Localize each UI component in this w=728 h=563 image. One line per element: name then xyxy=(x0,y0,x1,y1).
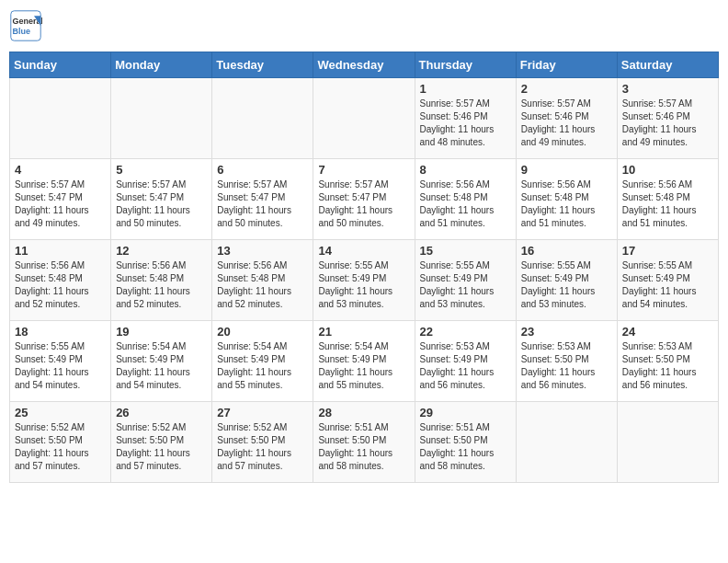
day-number: 6 xyxy=(217,163,308,177)
day-number: 18 xyxy=(15,325,106,339)
calendar-cell: 7Sunrise: 5:57 AM Sunset: 5:47 PM Daylig… xyxy=(313,159,415,240)
calendar-cell: 26Sunrise: 5:52 AM Sunset: 5:50 PM Dayli… xyxy=(111,402,212,483)
day-number: 2 xyxy=(521,82,612,96)
day-number: 9 xyxy=(521,163,612,177)
logo: General Blue xyxy=(9,9,46,42)
day-number: 4 xyxy=(15,163,106,177)
calendar-cell: 2Sunrise: 5:57 AM Sunset: 5:46 PM Daylig… xyxy=(516,78,617,159)
day-info: Sunrise: 5:52 AM Sunset: 5:50 PM Dayligh… xyxy=(217,421,308,473)
day-number: 17 xyxy=(622,244,713,258)
day-header-tuesday: Tuesday xyxy=(212,52,313,78)
calendar-cell: 13Sunrise: 5:56 AM Sunset: 5:48 PM Dayli… xyxy=(212,240,313,321)
day-info: Sunrise: 5:55 AM Sunset: 5:49 PM Dayligh… xyxy=(318,259,409,311)
day-header-saturday: Saturday xyxy=(617,52,718,78)
day-info: Sunrise: 5:56 AM Sunset: 5:48 PM Dayligh… xyxy=(420,178,511,230)
calendar-cell xyxy=(10,78,111,159)
calendar-cell: 23Sunrise: 5:53 AM Sunset: 5:50 PM Dayli… xyxy=(516,321,617,402)
day-info: Sunrise: 5:52 AM Sunset: 5:50 PM Dayligh… xyxy=(116,421,207,473)
day-number: 11 xyxy=(15,244,106,258)
logo-icon: General Blue xyxy=(9,9,42,42)
calendar-cell: 24Sunrise: 5:53 AM Sunset: 5:50 PM Dayli… xyxy=(617,321,718,402)
day-info: Sunrise: 5:54 AM Sunset: 5:49 PM Dayligh… xyxy=(318,340,409,392)
day-number: 8 xyxy=(420,163,511,177)
day-header-thursday: Thursday xyxy=(415,52,516,78)
day-info: Sunrise: 5:57 AM Sunset: 5:46 PM Dayligh… xyxy=(622,98,713,149)
calendar-cell: 28Sunrise: 5:51 AM Sunset: 5:50 PM Dayli… xyxy=(313,402,415,483)
day-number: 13 xyxy=(217,244,308,258)
day-info: Sunrise: 5:55 AM Sunset: 5:49 PM Dayligh… xyxy=(15,340,106,392)
calendar-cell: 17Sunrise: 5:55 AM Sunset: 5:49 PM Dayli… xyxy=(617,240,718,321)
page-header: General Blue xyxy=(9,9,719,42)
calendar-cell xyxy=(516,402,617,483)
calendar-cell: 29Sunrise: 5:51 AM Sunset: 5:50 PM Dayli… xyxy=(415,402,516,483)
day-number: 24 xyxy=(622,325,713,339)
calendar-cell: 27Sunrise: 5:52 AM Sunset: 5:50 PM Dayli… xyxy=(212,402,313,483)
day-number: 14 xyxy=(318,244,409,258)
calendar-cell: 16Sunrise: 5:55 AM Sunset: 5:49 PM Dayli… xyxy=(516,240,617,321)
week-row-3: 11Sunrise: 5:56 AM Sunset: 5:48 PM Dayli… xyxy=(10,240,719,321)
day-info: Sunrise: 5:55 AM Sunset: 5:49 PM Dayligh… xyxy=(622,259,713,311)
day-info: Sunrise: 5:56 AM Sunset: 5:48 PM Dayligh… xyxy=(521,178,612,230)
day-info: Sunrise: 5:51 AM Sunset: 5:50 PM Dayligh… xyxy=(420,421,511,473)
calendar-cell: 3Sunrise: 5:57 AM Sunset: 5:46 PM Daylig… xyxy=(617,78,718,159)
day-number: 29 xyxy=(420,406,511,419)
day-number: 22 xyxy=(420,325,511,339)
days-header-row: SundayMondayTuesdayWednesdayThursdayFrid… xyxy=(10,52,719,78)
week-row-4: 18Sunrise: 5:55 AM Sunset: 5:49 PM Dayli… xyxy=(10,321,719,402)
day-number: 12 xyxy=(116,244,207,258)
day-info: Sunrise: 5:53 AM Sunset: 5:50 PM Dayligh… xyxy=(622,340,713,392)
day-info: Sunrise: 5:57 AM Sunset: 5:46 PM Dayligh… xyxy=(521,98,612,149)
calendar-cell: 21Sunrise: 5:54 AM Sunset: 5:49 PM Dayli… xyxy=(313,321,415,402)
day-info: Sunrise: 5:51 AM Sunset: 5:50 PM Dayligh… xyxy=(318,421,409,473)
calendar-cell: 15Sunrise: 5:55 AM Sunset: 5:49 PM Dayli… xyxy=(415,240,516,321)
day-number: 7 xyxy=(318,163,409,177)
calendar-cell: 10Sunrise: 5:56 AM Sunset: 5:48 PM Dayli… xyxy=(617,159,718,240)
day-info: Sunrise: 5:57 AM Sunset: 5:47 PM Dayligh… xyxy=(318,178,409,230)
calendar-cell: 1Sunrise: 5:57 AM Sunset: 5:46 PM Daylig… xyxy=(415,78,516,159)
day-number: 10 xyxy=(622,163,713,177)
calendar-cell: 4Sunrise: 5:57 AM Sunset: 5:47 PM Daylig… xyxy=(10,159,111,240)
day-info: Sunrise: 5:54 AM Sunset: 5:49 PM Dayligh… xyxy=(116,340,207,392)
day-info: Sunrise: 5:57 AM Sunset: 5:46 PM Dayligh… xyxy=(420,98,511,149)
week-row-1: 1Sunrise: 5:57 AM Sunset: 5:46 PM Daylig… xyxy=(10,78,719,159)
day-number: 23 xyxy=(521,325,612,339)
day-info: Sunrise: 5:53 AM Sunset: 5:50 PM Dayligh… xyxy=(521,340,612,392)
day-number: 25 xyxy=(15,406,106,419)
day-number: 28 xyxy=(318,406,409,419)
day-info: Sunrise: 5:55 AM Sunset: 5:49 PM Dayligh… xyxy=(521,259,612,311)
day-info: Sunrise: 5:56 AM Sunset: 5:48 PM Dayligh… xyxy=(15,259,106,311)
calendar-cell: 19Sunrise: 5:54 AM Sunset: 5:49 PM Dayli… xyxy=(111,321,212,402)
calendar-cell: 20Sunrise: 5:54 AM Sunset: 5:49 PM Dayli… xyxy=(212,321,313,402)
calendar-cell: 12Sunrise: 5:56 AM Sunset: 5:48 PM Dayli… xyxy=(111,240,212,321)
week-row-5: 25Sunrise: 5:52 AM Sunset: 5:50 PM Dayli… xyxy=(10,402,719,483)
calendar-cell: 18Sunrise: 5:55 AM Sunset: 5:49 PM Dayli… xyxy=(10,321,111,402)
day-info: Sunrise: 5:53 AM Sunset: 5:49 PM Dayligh… xyxy=(420,340,511,392)
day-number: 3 xyxy=(622,82,713,96)
day-info: Sunrise: 5:57 AM Sunset: 5:47 PM Dayligh… xyxy=(15,178,106,230)
calendar-cell: 25Sunrise: 5:52 AM Sunset: 5:50 PM Dayli… xyxy=(10,402,111,483)
calendar-cell: 6Sunrise: 5:57 AM Sunset: 5:47 PM Daylig… xyxy=(212,159,313,240)
day-info: Sunrise: 5:56 AM Sunset: 5:48 PM Dayligh… xyxy=(217,259,308,311)
day-info: Sunrise: 5:55 AM Sunset: 5:49 PM Dayligh… xyxy=(420,259,511,311)
week-row-2: 4Sunrise: 5:57 AM Sunset: 5:47 PM Daylig… xyxy=(10,159,719,240)
day-header-wednesday: Wednesday xyxy=(313,52,415,78)
calendar-cell xyxy=(212,78,313,159)
day-number: 16 xyxy=(521,244,612,258)
day-info: Sunrise: 5:57 AM Sunset: 5:47 PM Dayligh… xyxy=(116,178,207,230)
calendar-cell xyxy=(111,78,212,159)
day-number: 5 xyxy=(116,163,207,177)
day-number: 27 xyxy=(217,406,308,419)
calendar-cell xyxy=(617,402,718,483)
day-info: Sunrise: 5:52 AM Sunset: 5:50 PM Dayligh… xyxy=(15,421,106,473)
calendar-table: SundayMondayTuesdayWednesdayThursdayFrid… xyxy=(9,52,719,483)
day-number: 19 xyxy=(116,325,207,339)
day-number: 20 xyxy=(217,325,308,339)
calendar-cell: 5Sunrise: 5:57 AM Sunset: 5:47 PM Daylig… xyxy=(111,159,212,240)
calendar-cell xyxy=(313,78,415,159)
calendar-cell: 8Sunrise: 5:56 AM Sunset: 5:48 PM Daylig… xyxy=(415,159,516,240)
calendar-cell: 22Sunrise: 5:53 AM Sunset: 5:49 PM Dayli… xyxy=(415,321,516,402)
day-info: Sunrise: 5:54 AM Sunset: 5:49 PM Dayligh… xyxy=(217,340,308,392)
day-info: Sunrise: 5:57 AM Sunset: 5:47 PM Dayligh… xyxy=(217,178,308,230)
calendar-cell: 14Sunrise: 5:55 AM Sunset: 5:49 PM Dayli… xyxy=(313,240,415,321)
calendar-cell: 11Sunrise: 5:56 AM Sunset: 5:48 PM Dayli… xyxy=(10,240,111,321)
